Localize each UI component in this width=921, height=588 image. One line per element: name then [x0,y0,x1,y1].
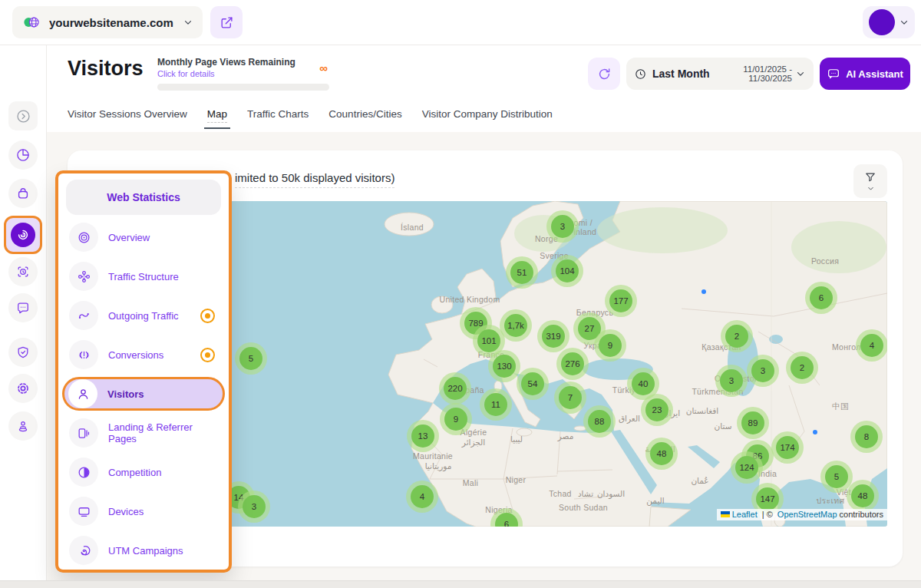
web-statistics-flyout: Web Statistics OverviewTraffic Structure… [55,170,232,573]
map-cluster-marker[interactable]: 48 [847,480,879,512]
user-menu[interactable] [863,6,915,38]
tab-map[interactable]: Map [207,108,227,129]
tab-label: Countries/Cities [328,108,401,120]
map-cluster-marker[interactable]: 48 [645,438,678,470]
cluster-count: 130 [493,355,516,378]
map-cluster-marker[interactable]: 89 [737,407,769,439]
menu-item-competition[interactable]: Competition [63,455,224,489]
sidebar-item-pie-chart[interactable] [8,140,38,170]
map-cluster-marker[interactable]: 2 [786,352,818,384]
bottom-scrollbar-track[interactable] [0,580,921,588]
tab-traffic-charts[interactable]: Traffic Charts [247,108,309,129]
map-cluster-marker[interactable]: 3 [546,210,579,243]
website-selector[interactable]: yourwebsitename.com [12,6,203,38]
cluster-count: 11 [484,393,507,416]
map-cluster-marker[interactable]: 3 [715,365,748,397]
date-range-selector[interactable]: Last Month 11/01/2025 - 11/30/2025 [626,58,814,90]
location-person-icon [15,418,31,434]
map-cluster-marker[interactable]: 3 [747,355,779,387]
sidebar-item-session-recording[interactable] [8,257,38,286]
menu-item-label: Devices [108,506,218,517]
menu-item-conversions[interactable]: Conversions [63,338,224,372]
map-cluster-marker[interactable]: 3 [238,491,270,523]
map-country-label: مصر [558,431,574,441]
sidebar-item-shopping-bag[interactable] [8,179,38,208]
openstreetmap-link[interactable]: OpenStreetMap [777,510,837,519]
map-cluster-marker[interactable]: 6 [805,282,837,314]
map-cluster-marker[interactable]: 130 [488,350,520,382]
menu-item-outgoing-traffic[interactable]: Outgoing Traffic [63,299,224,332]
cluster-count: 319 [542,325,565,348]
date-range-value: 11/01/2025 - 11/30/2025 [721,64,792,83]
map-cluster-marker[interactable]: 9 [440,403,472,435]
tab-countries-cities[interactable]: Countries/Cities [328,108,401,129]
map-cluster-marker[interactable]: 7 [554,382,586,414]
map-attribution: Leaflet | © OpenStreetMap contributors [717,509,887,520]
map-cluster-marker[interactable]: 319 [537,320,569,352]
map-cluster-marker[interactable]: 5 [235,342,267,375]
refresh-button[interactable] [588,58,620,90]
tab-bar: Visitor Sessions OverviewMapTraffic Char… [68,108,553,129]
menu-item-utm-campaigns[interactable]: UTM Campaigns [63,533,224,567]
ai-assistant-label: AI Assistant [846,68,903,80]
ai-assistant-button[interactable]: AI Assistant [820,58,910,90]
map-cluster-marker[interactable]: 23 [641,394,673,426]
sidebar-item-chat[interactable] [8,293,38,322]
avatar [869,9,895,35]
map-country-label: Россия [811,256,839,266]
quota-infinity-value: ∞ [319,61,328,74]
cluster-count: 4 [411,485,434,508]
map-cluster-marker[interactable]: 2 [721,320,753,352]
map-cluster-marker[interactable]: 51 [506,256,538,289]
cluster-count: 276 [561,352,584,375]
map-cluster-marker[interactable]: 8 [850,421,883,453]
menu-item-label: Visitors [107,388,219,400]
map-country-label: تشاد [578,489,593,498]
collapse-arrow-icon [15,108,31,124]
tab-visitor-sessions-overview[interactable]: Visitor Sessions Overview [68,108,187,129]
map-cluster-marker[interactable]: 220 [439,372,471,405]
map-cluster-marker[interactable]: 124 [731,451,763,484]
map-cluster-marker[interactable]: 4 [856,329,887,362]
utm-campaigns-icon [69,536,98,565]
quota-details-link[interactable]: Click for details [157,69,329,78]
menu-item-visitors[interactable]: Visitors [62,377,225,411]
map-filter-button[interactable] [853,164,887,198]
map-cluster-marker[interactable]: 13 [407,420,439,452]
sidebar-item-shield-check[interactable] [8,338,38,367]
visitors-icon [68,379,97,408]
leaflet-link[interactable]: Leaflet [732,510,758,519]
menu-item-landing-referrer-pages[interactable]: Landing & Referrer Pages [63,416,224,450]
map-cluster-marker[interactable]: 11 [480,388,512,421]
tab-visitor-company-distribution[interactable]: Visitor Company Distribution [422,108,553,129]
web-statistics-radar-icon [11,223,35,247]
menu-item-traffic-structure[interactable]: Traffic Structure [63,259,224,293]
menu-item-overview[interactable]: Overview [63,220,224,254]
cluster-count: 48 [650,442,673,465]
map-cluster-marker[interactable]: 174 [771,431,804,464]
menu-item-label: Landing & Referrer Pages [108,421,218,444]
settings-gear-icon [15,381,31,396]
map-cluster-marker[interactable]: 177 [605,285,637,317]
quota-progress-bar [157,84,329,91]
traffic-structure-icon [69,262,98,291]
sidebar-item-settings-gear[interactable] [8,374,38,403]
website-name: yourwebsitename.com [49,16,183,29]
map-cluster-marker[interactable]: 9 [594,329,626,362]
open-website-button[interactable] [210,6,243,38]
tab-label: Traffic Charts [247,108,309,120]
map-cluster-marker[interactable]: 54 [517,368,549,400]
top-bar: yourwebsitename.com [0,0,921,45]
map-cluster-marker[interactable]: 4 [406,481,438,513]
map-cluster-marker[interactable]: 104 [551,255,583,287]
flyout-header: Web Statistics [66,180,221,215]
map-cluster-marker[interactable]: 276 [556,348,589,380]
sidebar-item-collapse-arrow[interactable] [8,101,38,130]
map-point-marker [701,289,706,294]
devices-icon [69,497,98,526]
map-cluster-marker[interactable]: 88 [583,405,616,438]
menu-item-devices[interactable]: Devices [63,494,224,528]
ukraine-flag-icon [721,511,730,517]
sidebar-item-location-person[interactable] [8,411,38,441]
sidebar-item-web-statistics-radar[interactable] [4,216,42,254]
